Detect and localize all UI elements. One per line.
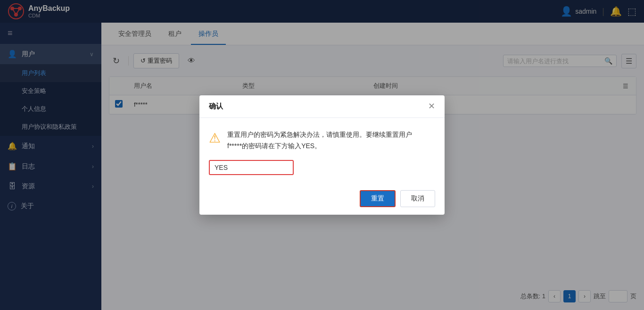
- modal-overlay: 确认 ✕ ⚠ 重置用户的密码为紧急解决办法，请慎重使用。要继续重置用户f****…: [0, 0, 644, 310]
- confirm-modal: 确认 ✕ ⚠ 重置用户的密码为紧急解决办法，请慎重使用。要继续重置用户f****…: [199, 95, 445, 215]
- modal-header: 确认 ✕: [199, 95, 445, 118]
- modal-title: 确认: [209, 102, 223, 111]
- modal-body: ⚠ 重置用户的密码为紧急解决办法，请慎重使用。要继续重置用户f*****的密码请…: [199, 118, 445, 185]
- modal-warning-row: ⚠ 重置用户的密码为紧急解决办法，请慎重使用。要继续重置用户f*****的密码请…: [209, 129, 435, 152]
- modal-confirm-button[interactable]: 重置: [360, 190, 396, 207]
- modal-yes-input[interactable]: [209, 160, 294, 175]
- modal-warning-text: 重置用户的密码为紧急解决办法，请慎重使用。要继续重置用户f*****的密码请在下…: [227, 129, 412, 152]
- modal-footer: 重置 取消: [199, 184, 445, 215]
- warning-icon: ⚠: [209, 130, 221, 146]
- modal-close-button[interactable]: ✕: [428, 102, 435, 110]
- modal-cancel-button[interactable]: 取消: [400, 190, 435, 207]
